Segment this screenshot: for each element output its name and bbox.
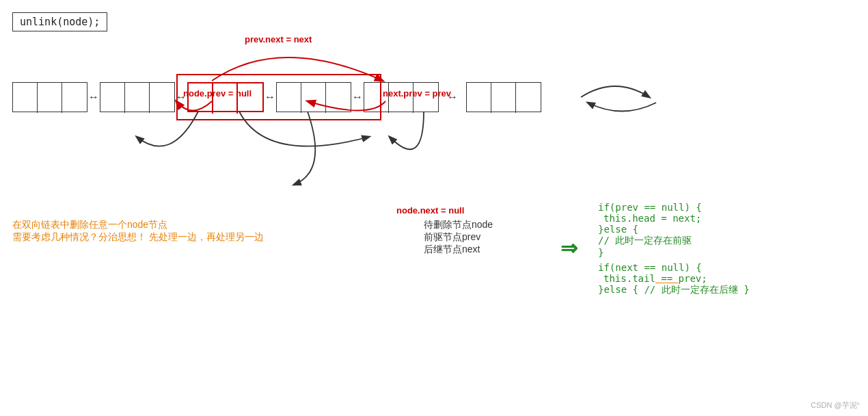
node-next-null-label: node.next = null bbox=[396, 205, 464, 216]
chinese-desc: 在双向链表中删除任意一个node节点 需要考虑几种情况？分治思想！ 先处理一边，… bbox=[12, 219, 264, 244]
node-desc-line1: 待删除节点node bbox=[424, 219, 493, 231]
node-descriptions: 待删除节点node 前驱节点prev 后继节点next bbox=[424, 219, 493, 256]
watermark: CSDN @芋泥° bbox=[811, 400, 860, 411]
code-line3: }else { bbox=[598, 224, 750, 235]
code-line6-wrapper: if(next == null) { this.tail == prev; }e… bbox=[598, 262, 750, 296]
code-line1: if(prev == null) { bbox=[598, 202, 750, 213]
node-2 bbox=[100, 82, 175, 112]
node-2-cell-3 bbox=[150, 83, 174, 113]
next-prev-label: next.prev = prev bbox=[383, 88, 451, 99]
next-prev-annotation: next.prev = prev bbox=[383, 87, 451, 99]
node-desc-line2: 前驱节点prev bbox=[424, 231, 493, 244]
chinese-desc-line2: 需要考虑几种情况？分治思想！ 先处理一边，再处理另一边 bbox=[12, 231, 264, 244]
node-2-cell-1 bbox=[100, 83, 125, 113]
node-6-cell-3 bbox=[516, 83, 541, 113]
node-1-cell-1 bbox=[13, 83, 38, 113]
node-desc-line3: 后继节点next bbox=[424, 244, 493, 256]
node-6 bbox=[466, 82, 541, 112]
code-line2: this.head = next; bbox=[598, 213, 750, 224]
node-1 bbox=[12, 82, 87, 112]
prev-next-label: prev.next = next bbox=[245, 34, 312, 44]
code-label: unlink(node); bbox=[20, 16, 100, 28]
code-box: unlink(node); bbox=[12, 12, 107, 31]
node-next-null-annotation: node.next = null bbox=[396, 204, 464, 216]
green-arrow: ⇒ bbox=[560, 236, 578, 260]
node-1-cell-2 bbox=[38, 83, 62, 113]
node-2-cell-2 bbox=[125, 83, 150, 113]
red-box-highlight bbox=[176, 74, 381, 120]
main-container: unlink(node); ↔ ↔ ↔ bbox=[0, 0, 868, 416]
node-6-cell-1 bbox=[467, 83, 491, 113]
prev-next-annotation: prev.next = next bbox=[245, 33, 312, 45]
code-line4: // 此时一定存在前驱 bbox=[598, 235, 750, 247]
node-1-cell-3 bbox=[62, 83, 87, 113]
code-line7: this.tail == prev; bbox=[598, 273, 750, 284]
code-line5: } bbox=[598, 247, 750, 258]
chinese-desc-line1: 在双向链表中删除任意一个node节点 bbox=[12, 219, 264, 231]
connector-1: ↔ bbox=[87, 82, 100, 112]
code-line8: }else { // 此时一定存在后继 } bbox=[598, 284, 750, 296]
node-6-cell-2 bbox=[491, 83, 516, 113]
code-line6: if(next == null) { bbox=[598, 262, 750, 273]
code-block: if(prev == null) { this.head = next; }el… bbox=[598, 202, 750, 296]
